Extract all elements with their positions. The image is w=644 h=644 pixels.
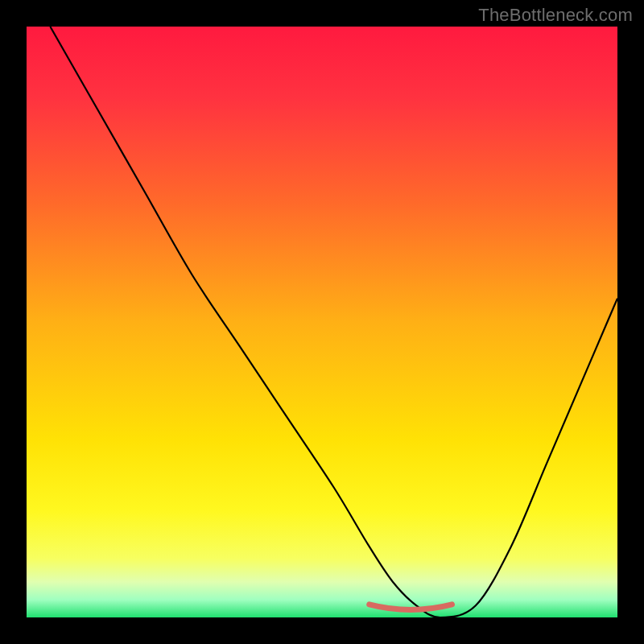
bottleneck-chart: TheBottleneck.com bbox=[0, 0, 644, 644]
gradient-plot-area bbox=[27, 27, 617, 617]
chart-svg bbox=[0, 0, 644, 644]
watermark-text: TheBottleneck.com bbox=[478, 5, 633, 26]
